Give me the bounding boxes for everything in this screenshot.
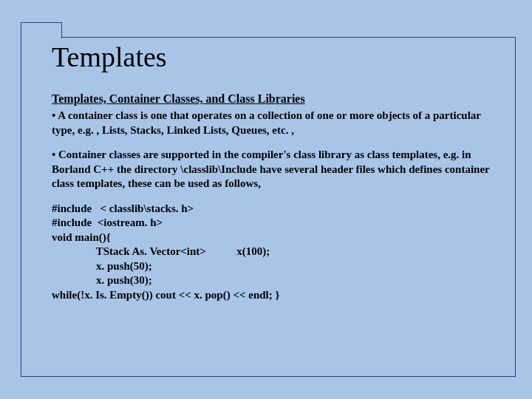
subtitle: Templates, Container Classes, and Class … [52,92,506,106]
slide-content: Templates, Container Classes, and Class … [52,92,506,302]
code-example: #include < classlib\stacks. h> #include … [52,202,506,303]
slide-title: Templates [52,41,167,73]
slide-tab [21,22,62,38]
tab-mask [21,37,61,38]
bullet-2: • Container classes are supported in the… [52,148,506,191]
bullet-1: • A container class is one that operates… [52,109,506,137]
